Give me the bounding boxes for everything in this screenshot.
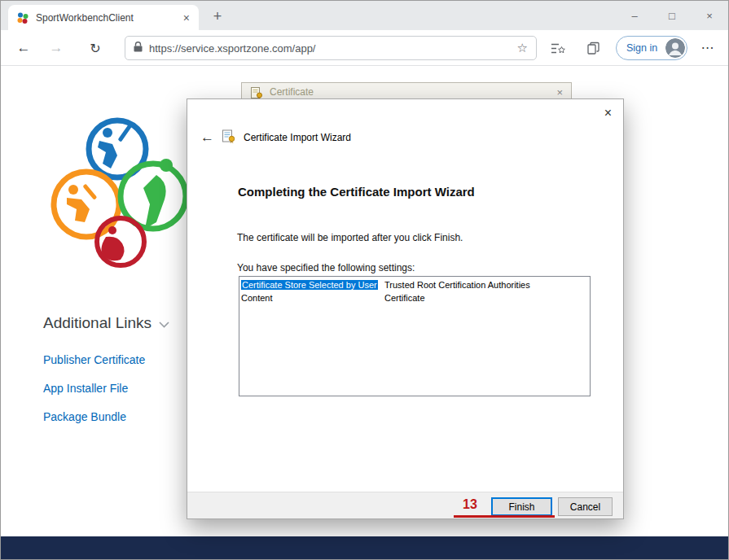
wizard-header: ← Certificate Import Wizard — [200, 129, 351, 147]
additional-links-label: Additional Links — [43, 314, 152, 332]
more-options-icon[interactable]: ⋯ — [698, 38, 718, 58]
tab-close-icon[interactable]: × — [181, 11, 192, 24]
new-tab-button[interactable]: + — [208, 7, 227, 27]
annotation-step-number: 13 — [463, 497, 477, 512]
setting-value: Certificate — [384, 291, 588, 304]
cancel-button[interactable]: Cancel — [558, 497, 613, 516]
chevron-down-icon — [159, 314, 169, 332]
refresh-button[interactable]: ↻ — [86, 38, 105, 58]
link-app-installer-file[interactable]: App Installer File — [43, 382, 128, 395]
wizard-icon — [222, 129, 236, 147]
setting-name: Content — [241, 291, 384, 304]
setting-name: Certificate Store Selected by User — [241, 278, 384, 291]
wizard-intro-text: The certificate will be imported after y… — [237, 232, 463, 243]
link-package-bundle[interactable]: Package Bundle — [43, 410, 126, 423]
window-close-button[interactable]: × — [691, 1, 728, 30]
finish-button[interactable]: Finish — [491, 497, 552, 516]
wizard-heading: Completing the Certificate Import Wizard — [238, 185, 475, 199]
sports-logo-image — [46, 105, 194, 274]
settings-row[interactable]: Content Certificate — [239, 291, 590, 304]
browser-tab[interactable]: SportWorkbenchClient × — [8, 5, 199, 30]
additional-links-heading[interactable]: Additional Links — [43, 314, 169, 332]
url-text[interactable]: https://service.xsportzone.com/app/ — [149, 42, 517, 55]
settings-caption: You have specified the following setting… — [237, 262, 415, 273]
collections-icon[interactable] — [584, 38, 604, 58]
favorites-icon[interactable] — [548, 38, 568, 58]
wizard-title: Certificate Import Wizard — [244, 132, 351, 143]
certificate-dialog-close-icon[interactable]: × — [556, 86, 563, 98]
certificate-dialog-title: Certificate — [270, 86, 556, 98]
page-footer-bar — [1, 536, 728, 559]
wizard-close-icon[interactable]: × — [604, 106, 612, 120]
sign-in-button[interactable]: Sign in — [616, 36, 687, 60]
add-favorite-icon[interactable]: ☆ — [517, 41, 528, 55]
address-bar[interactable]: https://service.xsportzone.com/app/ ☆ — [125, 36, 537, 60]
settings-row[interactable]: Certificate Store Selected by User Trust… — [239, 278, 590, 291]
selected-setting-name: Certificate Store Selected by User — [241, 280, 378, 290]
lock-icon — [134, 41, 143, 55]
browser-window: SportWorkbenchClient × + – □ × ← → ↻ htt… — [0, 0, 729, 560]
settings-listbox[interactable]: Certificate Store Selected by User Trust… — [239, 276, 591, 396]
wizard-footer: Finish Cancel — [187, 492, 623, 518]
annotation-underline — [454, 515, 555, 518]
minimize-button[interactable]: – — [616, 1, 653, 30]
certificate-import-wizard-dialog: × ← Certificate Import Wizard Completing… — [187, 98, 624, 519]
forward-button: → — [46, 38, 66, 58]
setting-value: Trusted Root Certification Authorities — [384, 278, 588, 291]
maximize-button[interactable]: □ — [653, 1, 691, 30]
wizard-back-icon[interactable]: ← — [200, 129, 214, 146]
site-favicon-icon — [16, 11, 29, 24]
tab-title: SportWorkbenchClient — [36, 12, 181, 24]
tab-strip: SportWorkbenchClient × + – □ × — [1, 1, 728, 30]
avatar — [665, 38, 685, 58]
back-button[interactable]: ← — [14, 38, 33, 58]
link-publisher-certificate[interactable]: Publisher Certificate — [43, 353, 145, 366]
window-controls: – □ × — [616, 1, 728, 30]
browser-toolbar: ← → ↻ https://service.xsportzone.com/app… — [1, 30, 728, 66]
sign-in-label: Sign in — [626, 42, 657, 54]
